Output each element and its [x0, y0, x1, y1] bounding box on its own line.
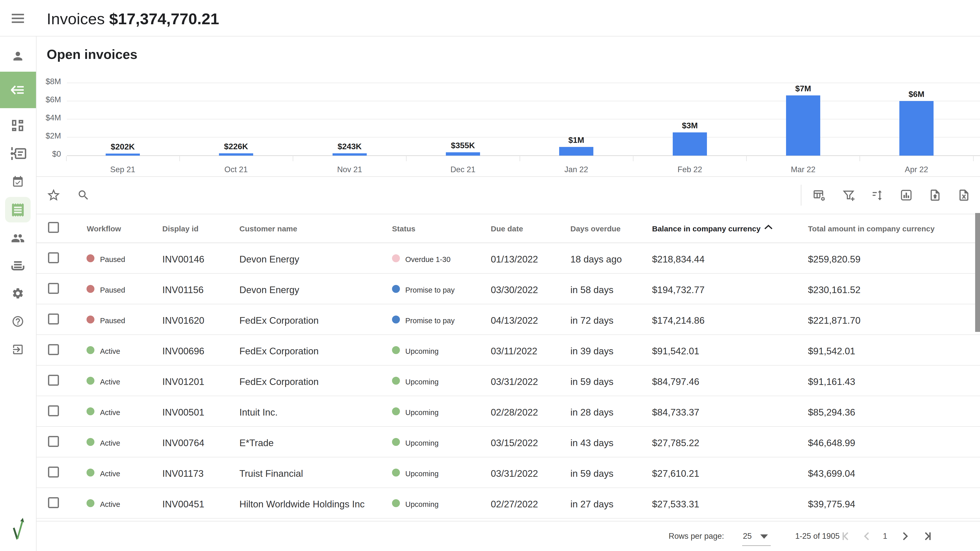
svg-text:$243K: $243K — [338, 142, 362, 151]
svg-text:$0: $0 — [52, 149, 61, 159]
svg-text:Sep 21: Sep 21 — [110, 165, 135, 174]
svg-text:$226K: $226K — [224, 142, 248, 151]
svg-text:$202K: $202K — [111, 142, 135, 151]
svg-text:Jan 22: Jan 22 — [564, 165, 588, 174]
svg-text:Oct 21: Oct 21 — [224, 165, 248, 174]
svg-text:Mar 22: Mar 22 — [791, 165, 815, 174]
svg-text:$3M: $3M — [682, 121, 698, 130]
svg-text:$2M: $2M — [46, 131, 61, 140]
svg-text:Feb 22: Feb 22 — [678, 165, 702, 174]
svg-text:$7M: $7M — [795, 84, 811, 93]
svg-text:Dec 21: Dec 21 — [450, 165, 476, 174]
svg-text:$6M: $6M — [908, 89, 924, 99]
svg-text:$4M: $4M — [46, 113, 61, 122]
svg-text:$8M: $8M — [46, 77, 61, 86]
svg-text:Apr 22: Apr 22 — [905, 165, 928, 174]
svg-text:$355K: $355K — [451, 141, 475, 150]
svg-text:$6M: $6M — [46, 95, 61, 104]
svg-text:Nov 21: Nov 21 — [337, 165, 362, 174]
svg-text:$1M: $1M — [568, 135, 584, 144]
